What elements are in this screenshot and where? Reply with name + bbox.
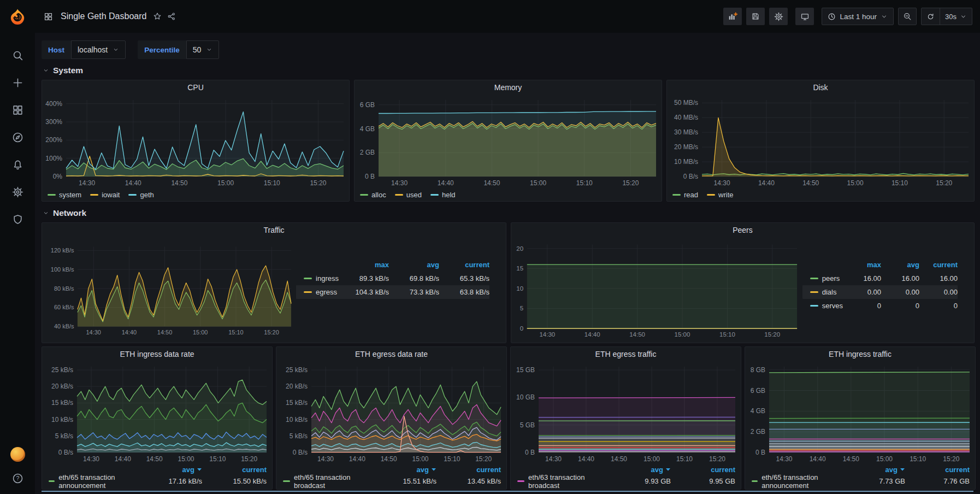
- series-label: write: [718, 191, 733, 199]
- panel-title-cpu[interactable]: CPU: [42, 80, 349, 95]
- chart-peers[interactable]: 0510152014:3014:4014:5015:0015:1015:20: [511, 237, 802, 342]
- legend-value: 0.00: [881, 288, 919, 296]
- time-range-label: Last 1 hour: [840, 13, 877, 21]
- share-icon[interactable]: [167, 12, 176, 21]
- star-icon[interactable]: [153, 12, 162, 21]
- variable-percentile: Percentile 50: [138, 40, 219, 59]
- sidebar-item-alerting[interactable]: [8, 157, 27, 172]
- help-icon[interactable]: ?: [12, 473, 23, 484]
- add-panel-button[interactable]: [723, 8, 742, 25]
- sidebar-item-create[interactable]: [8, 75, 27, 90]
- dashboard-title[interactable]: Single Geth Dasboard: [61, 11, 146, 21]
- legend-item[interactable]: eth/65 transaction announcement: [49, 473, 138, 490]
- legend-item[interactable]: geth: [128, 191, 154, 199]
- svg-text:15:10: 15:10: [444, 455, 460, 463]
- series-color-dash: [672, 194, 681, 196]
- row-toggle-network[interactable]: Network: [43, 208, 86, 218]
- series-label: used: [406, 191, 422, 199]
- legend-item[interactable]: eth/65 transaction announcement: [752, 473, 841, 490]
- legend-column-current[interactable]: current: [671, 466, 735, 474]
- panel-title-traffic[interactable]: Traffic: [42, 223, 506, 237]
- legend-item[interactable]: alloc: [360, 191, 386, 199]
- sidebar-item-server-admin[interactable]: [8, 212, 27, 226]
- chart-memory[interactable]: 0 B2 GB4 GB6 GB14:3014:4014:5015:0015:10…: [355, 95, 662, 188]
- svg-text:14:50: 14:50: [483, 179, 500, 187]
- dashboard-settings-button[interactable]: [769, 8, 788, 25]
- panel-title-memory[interactable]: Memory: [355, 80, 662, 95]
- panel-title-eth-ingress-traffic[interactable]: ETH ingress traffic: [745, 347, 975, 361]
- legend-column-current[interactable]: current: [202, 466, 267, 474]
- legend-item[interactable]: held: [430, 191, 456, 199]
- save-dashboard-button[interactable]: [746, 8, 765, 25]
- svg-text:14:40: 14:40: [758, 179, 775, 187]
- legend-column-current[interactable]: current: [905, 466, 970, 474]
- dashboard-grid-icon[interactable]: [44, 12, 53, 21]
- legend-item[interactable]: used: [395, 191, 422, 199]
- panel-title-peers[interactable]: Peers: [511, 223, 974, 237]
- legend-column-avg[interactable]: avg: [372, 466, 436, 474]
- refresh-interval-picker[interactable]: 30s: [940, 8, 972, 25]
- legend-value: 0.00: [843, 288, 881, 296]
- series-color-dash: [283, 480, 290, 482]
- legend-item[interactable]: dials: [802, 288, 843, 296]
- legend-item[interactable]: eth/63 transaction broadcast: [517, 473, 606, 490]
- variable-percentile-value[interactable]: 50: [186, 40, 220, 59]
- chart-disk[interactable]: 0 B/s10 MB/s20 MB/s30 MB/s40 MB/s50 MB/s…: [667, 95, 974, 188]
- legend-item[interactable]: iowait: [90, 191, 120, 199]
- legend-item[interactable]: read: [672, 191, 698, 199]
- legend-item[interactable]: system: [48, 191, 81, 199]
- svg-text:0 B/s: 0 B/s: [58, 449, 73, 456]
- grafana-logo-icon[interactable]: [0, 0, 35, 33]
- svg-text:15:10: 15:10: [719, 331, 735, 338]
- legend-column-max[interactable]: max: [339, 261, 389, 269]
- sidebar-item-search[interactable]: [8, 48, 27, 62]
- chart-eth-ingress-traffic[interactable]: 0 B2 GB4 GB6 GB8 GB14:3014:4014:5015:001…: [745, 361, 975, 464]
- svg-text:14:50: 14:50: [146, 455, 163, 463]
- sidebar-item-configuration[interactable]: [8, 185, 27, 199]
- variable-host-label[interactable]: Host: [42, 40, 71, 59]
- variable-percentile-label[interactable]: Percentile: [138, 40, 186, 59]
- legend-column-avg[interactable]: avg: [389, 261, 439, 269]
- svg-text:0 B: 0 B: [365, 173, 375, 180]
- legend-value: 16.00: [843, 274, 881, 283]
- legend-column-max[interactable]: max: [843, 261, 881, 269]
- chart-eth-egress-rate[interactable]: 0 B/s5 kB/s10 kB/s15 kB/s20 kB/s25 kB/s1…: [276, 361, 506, 464]
- legend-column-avg[interactable]: avg: [841, 466, 905, 474]
- legend-column-current[interactable]: current: [919, 261, 958, 269]
- legend-item[interactable]: peers: [802, 274, 843, 283]
- legend-row: peers 16.0016.0016.00: [802, 272, 958, 285]
- panel-title-eth-ingress-rate[interactable]: ETH ingress data rate: [42, 347, 272, 361]
- svg-text:14:40: 14:40: [810, 455, 826, 463]
- legend-item[interactable]: serves: [802, 302, 843, 310]
- legend-column-avg[interactable]: avg: [606, 466, 671, 474]
- legend-column-current[interactable]: current: [439, 261, 489, 269]
- chart-eth-ingress-rate[interactable]: 0 B/s5 kB/s10 kB/s15 kB/s20 kB/s25 kB/s1…: [42, 361, 272, 464]
- user-avatar[interactable]: [10, 447, 25, 462]
- chevron-down-icon: [960, 13, 967, 20]
- refresh-button[interactable]: [922, 8, 940, 25]
- sidebar: ?: [0, 0, 35, 494]
- chart-eth-egress-traffic[interactable]: 0 B5 GB10 GB15 GB14:3014:4014:5015:0015:…: [511, 361, 741, 464]
- legend-item[interactable]: egress: [296, 288, 339, 296]
- legend-item[interactable]: eth/65 transaction broadcast: [283, 473, 372, 490]
- sidebar-item-explore[interactable]: [8, 130, 27, 144]
- cycle-view-mode-button[interactable]: [795, 8, 814, 25]
- row-toggle-system[interactable]: System: [43, 66, 83, 75]
- legend-column-avg[interactable]: avg: [138, 466, 202, 474]
- legend-item[interactable]: write: [707, 191, 733, 199]
- legend-value: 7.76 GB: [905, 477, 970, 485]
- panel-title-eth-egress-rate[interactable]: ETH egress data rate: [276, 347, 506, 361]
- chart-traffic[interactable]: 40 kB/s60 kB/s80 kB/s100 kB/s120 kB/s14:…: [42, 237, 296, 342]
- panel-title-disk[interactable]: Disk: [667, 80, 974, 95]
- panel-title-eth-egress-traffic[interactable]: ETH egress traffic: [511, 347, 741, 361]
- legend-column-current[interactable]: current: [436, 466, 501, 474]
- series-color-dash: [49, 480, 55, 482]
- legend-item[interactable]: ingress: [296, 274, 339, 283]
- legend-column-avg[interactable]: avg: [881, 261, 919, 269]
- zoom-out-button[interactable]: [898, 8, 917, 25]
- chart-cpu[interactable]: 0%100%200%300%400%14:3014:4014:5015:0015…: [42, 95, 349, 188]
- variable-host-value[interactable]: localhost: [71, 40, 126, 59]
- sidebar-item-dashboards[interactable]: [8, 103, 27, 117]
- time-range-picker[interactable]: Last 1 hour: [822, 8, 894, 25]
- series-color-dash: [48, 194, 56, 196]
